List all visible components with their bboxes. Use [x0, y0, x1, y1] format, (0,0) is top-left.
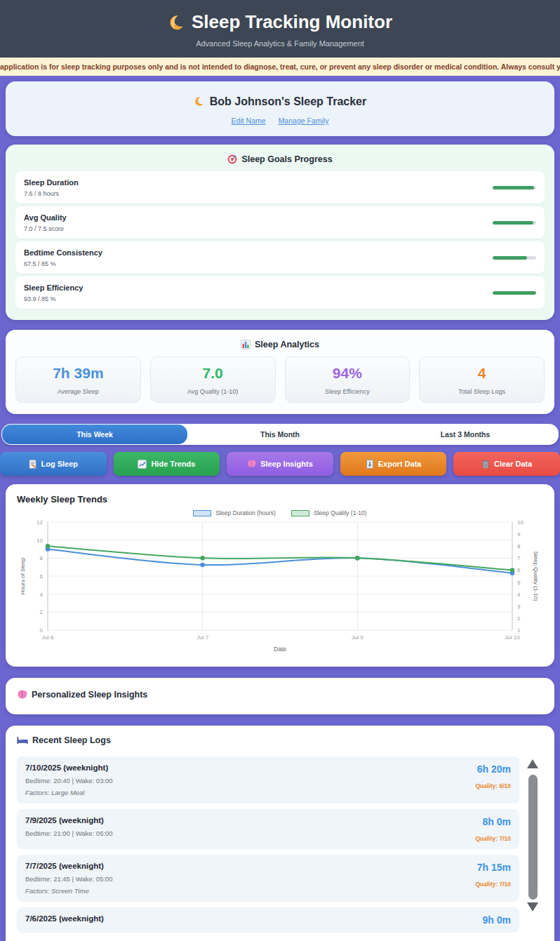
log-entry-metrics: 8h 0m Quality: 7/10: [475, 816, 511, 842]
legend-swatch-duration: [193, 510, 211, 516]
tab-this-week[interactable]: This Week: [2, 425, 187, 444]
page-title: Sleep Tracking Monitor: [168, 11, 392, 33]
goal-info: Sleep Duration 7.6 / 8 hours: [24, 178, 79, 197]
log-duration: 7h 15m: [475, 862, 511, 873]
log-date: 7/7/2025 (weeknight): [25, 862, 113, 870]
button-label: Hide Trends: [151, 460, 195, 468]
log-factors: Factors: Large Meal: [25, 789, 113, 796]
goal-value: 7.6 / 8 hours: [24, 190, 79, 197]
goal-info: Sleep Efficiency 93.9 / 85 %: [24, 283, 83, 302]
period-tab-bar: This Week This Month Last 3 Months: [1, 424, 559, 445]
log-details: Bedtime: 21:00 | Wake: 05:00: [25, 829, 113, 837]
goal-name: Sleep Duration: [24, 178, 79, 187]
page-title-text: Sleep Tracking Monitor: [192, 11, 392, 33]
svg-text:5: 5: [517, 580, 521, 586]
goal-info: Bedtime Consistency 67.5 / 85 %: [24, 248, 102, 267]
scrollbar-thumb[interactable]: [528, 775, 538, 900]
log-quality: Quality: 7/10: [475, 835, 511, 842]
svg-text:Jul 6: Jul 6: [42, 634, 54, 641]
recent-logs-card: Recent Sleep Logs 7/10/2025 (weeknight) …: [6, 726, 554, 941]
export-icon: [366, 460, 374, 469]
export-data-button[interactable]: Export Data: [340, 452, 447, 476]
actions-row: Log Sleep Hide Trends Sleep Insights Exp…: [0, 452, 560, 476]
log-sleep-button[interactable]: Log Sleep: [0, 452, 107, 476]
log-entry-metrics: 6h 20m Quality: 6/10: [475, 763, 511, 796]
log-entry: 7/6/2025 (weeknight) 9h 0m: [17, 907, 519, 933]
svg-text:8: 8: [517, 543, 521, 549]
insights-card: Personalized Sleep Insights: [6, 678, 554, 714]
goals-heading: Sleep Goals Progress: [15, 154, 545, 164]
scroll-down-arrow[interactable]: [527, 902, 538, 912]
stat-avg-quality: 7.0 Avg Quality (1-10): [150, 356, 276, 403]
log-entry: 7/7/2025 (weeknight) Bedtime: 21:45 | Wa…: [17, 855, 519, 902]
stat-label: Total Sleep Logs: [458, 388, 505, 395]
tab-this-month[interactable]: This Month: [187, 425, 373, 444]
stat-sleep-efficiency: 94% Sleep Efficiency: [285, 356, 411, 403]
hide-trends-button[interactable]: Hide Trends: [114, 452, 220, 476]
log-entry-info: 7/6/2025 (weeknight): [25, 914, 104, 926]
svg-text:1: 1: [517, 627, 521, 634]
stat-value: 7.0: [203, 365, 223, 382]
svg-text:Hours of Sleep: Hours of Sleep: [20, 557, 26, 594]
svg-text:Date: Date: [274, 646, 286, 653]
log-entry: 7/9/2025 (weeknight) Bedtime: 21:00 | Wa…: [17, 809, 519, 849]
svg-text:10: 10: [36, 538, 43, 544]
stat-value: 94%: [333, 365, 362, 382]
log-date: 7/10/2025 (weeknight): [25, 763, 113, 772]
goal-info: Avg Quality 7.0 / 7.5 score: [24, 213, 67, 232]
button-label: Export Data: [378, 460, 422, 468]
profile-links: Edit Name Manage Family: [6, 116, 554, 125]
log-date: 7/9/2025 (weeknight): [25, 816, 113, 825]
svg-text:Sleep Quality (1-10): Sleep Quality (1-10): [533, 551, 539, 601]
svg-text:6: 6: [40, 573, 44, 580]
trend-chart-icon: [138, 460, 147, 469]
goal-progress-track: [493, 291, 536, 295]
sleep-insights-button[interactable]: Sleep Insights: [227, 452, 333, 476]
log-entry-info: 7/10/2025 (weeknight) Bedtime: 20:40 | W…: [25, 763, 113, 796]
svg-text:8: 8: [40, 555, 44, 561]
stat-label: Sleep Efficiency: [325, 388, 370, 395]
edit-name-link[interactable]: Edit Name: [232, 116, 266, 125]
log-duration: 8h 0m: [475, 816, 511, 827]
goal-name: Bedtime Consistency: [24, 248, 102, 257]
goal-progress-track: [493, 256, 536, 260]
weekly-trends-card: Weekly Sleep Trends Sleep Duration (hour…: [6, 484, 554, 667]
logs-scrollbar: [526, 759, 539, 912]
sleep-analytics-card: Sleep Analytics 7h 39m Average Sleep 7.0…: [6, 330, 554, 414]
log-details: Bedtime: 21:45 | Wake: 05:00: [25, 875, 113, 883]
legend-label: Sleep Duration (hours): [215, 509, 276, 516]
manage-family-link[interactable]: Manage Family: [279, 116, 329, 125]
svg-text:2: 2: [517, 615, 521, 622]
legend-item-quality[interactable]: Sleep Quality (1-10): [291, 509, 367, 516]
brain-icon: [17, 690, 27, 700]
goal-value: 67.5 / 85 %: [24, 260, 102, 267]
goal-row-avg-quality: Avg Quality 7.0 / 7.5 score: [15, 206, 545, 239]
moon-icon: [194, 96, 204, 107]
chart-legend: Sleep Duration (hours) Sleep Quality (1-…: [17, 509, 543, 516]
log-entry-metrics: 7h 15m Quality: 7/10: [475, 862, 511, 895]
stat-label: Avg Quality (1-10): [187, 388, 238, 395]
log-details: Bedtime: 20:40 | Wake: 03:00: [25, 777, 113, 785]
svg-text:12: 12: [36, 519, 43, 526]
chart-title: Weekly Sleep Trends: [17, 494, 543, 505]
clear-data-button[interactable]: Clear Data: [453, 452, 560, 476]
log-quality: Quality: 7/10: [475, 881, 511, 888]
brain-icon: [247, 460, 256, 468]
svg-text:0: 0: [40, 627, 44, 634]
svg-text:7: 7: [517, 555, 521, 561]
scroll-up-arrow[interactable]: [527, 759, 538, 768]
trend-chart-svg: 02468101212345678910Jul 6Jul 7Jul 9Jul 1…: [17, 518, 543, 655]
memo-icon: [29, 460, 37, 469]
log-entry: 7/10/2025 (weeknight) Bedtime: 20:40 | W…: [17, 756, 519, 803]
tab-last-3-months[interactable]: Last 3 Months: [373, 425, 558, 444]
svg-text:4: 4: [517, 592, 521, 598]
legend-label: Sleep Quality (1-10): [314, 509, 367, 516]
bed-icon: [17, 736, 28, 745]
goal-progress-fill: [493, 186, 534, 189]
log-entry-info: 7/7/2025 (weeknight) Bedtime: 21:45 | Wa…: [25, 862, 113, 895]
insights-heading-text: Personalized Sleep Insights: [32, 690, 147, 700]
logs-heading-text: Recent Sleep Logs: [32, 735, 111, 745]
log-duration: 6h 20m: [475, 763, 511, 775]
stat-label: Average Sleep: [58, 388, 99, 395]
legend-item-duration[interactable]: Sleep Duration (hours): [193, 509, 276, 516]
